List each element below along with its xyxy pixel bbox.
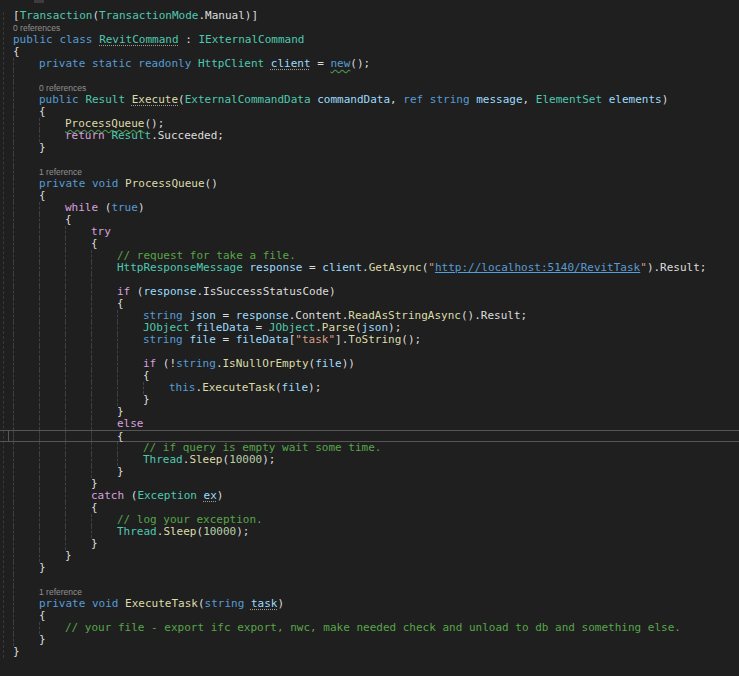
code-line[interactable]: {	[0, 370, 739, 382]
code-line[interactable]: while (true)	[0, 202, 739, 214]
code-line[interactable]: if (!string.IsNullOrEmpty(file))	[0, 358, 739, 370]
codelens-references-label[interactable]: 1 reference	[39, 167, 82, 177]
code-line[interactable]: {	[0, 502, 739, 514]
indent-guide	[39, 478, 40, 490]
code-token-var: file	[282, 381, 309, 394]
code-line[interactable]: [Transaction(TransactionMode.Manual)]	[0, 10, 739, 22]
blank-line[interactable]	[0, 346, 739, 358]
code-line[interactable]: // if query is empty wait some time.	[0, 442, 739, 454]
code-token-pln: );	[308, 381, 321, 394]
code-line[interactable]: }	[0, 646, 739, 658]
code-token-pln: (	[124, 489, 137, 502]
indent-guide	[91, 298, 92, 310]
code-token-method: GetAsync	[369, 261, 422, 274]
indent-guide	[13, 442, 14, 454]
code-line[interactable]: Thread.Sleep(10000);	[0, 454, 739, 466]
code-line[interactable]: }	[0, 142, 739, 154]
indent-guide	[39, 490, 40, 502]
blank-line[interactable]	[0, 574, 739, 586]
code-token-pln: (!	[156, 357, 176, 370]
indent-guide	[65, 226, 66, 238]
indent-guide	[39, 202, 40, 214]
code-token-pln: {	[39, 105, 46, 118]
code-token-pln: .	[216, 357, 223, 370]
code-token-pln: }	[13, 645, 20, 658]
indent-guide	[13, 382, 14, 394]
code-line[interactable]: if (response.IsSuccessStatusCode)	[0, 286, 739, 298]
indent-guide	[39, 431, 40, 441]
code-line[interactable]: string file = fileData["task"].ToString(…	[0, 334, 739, 346]
code-line[interactable]: public Result Execute(ExternalCommandDat…	[0, 94, 739, 106]
codelens-references-label[interactable]: 0 references	[39, 83, 86, 93]
code-line[interactable]: }	[0, 634, 739, 646]
indent-guide	[13, 514, 14, 526]
code-token-pln: ).Result;	[647, 261, 707, 274]
code-line[interactable]: private static readonly HttpClient clien…	[0, 58, 739, 70]
code-token-pln: }	[65, 549, 72, 562]
code-token-type: TransactionMode	[99, 9, 198, 22]
code-token-num: 10000	[229, 453, 262, 466]
code-line[interactable]: {	[0, 238, 739, 250]
code-line[interactable]: }	[0, 538, 739, 550]
code-token-pln: {	[117, 297, 124, 310]
code-line[interactable]: Thread.Sleep(10000);	[0, 526, 739, 538]
code-line[interactable]: HttpResponseMessage response = client.Ge…	[0, 262, 739, 274]
indent-guide	[13, 310, 14, 322]
code-line[interactable]: }	[0, 562, 739, 574]
code-line[interactable]: // log your exception.	[0, 514, 739, 526]
code-token-pln: }	[39, 141, 46, 154]
indent-guide	[13, 286, 14, 298]
code-token-pln: Manual	[205, 9, 245, 22]
indent-guide	[65, 346, 66, 358]
code-line[interactable]: }	[0, 406, 739, 418]
code-token-pln: }	[39, 561, 46, 574]
blank-line[interactable]	[0, 274, 739, 286]
code-token-pln	[85, 177, 92, 190]
codelens-references-label[interactable]: 0 references	[13, 23, 60, 33]
code-token-var: message	[476, 93, 522, 106]
code-line[interactable]: private void ExecuteTask(string task)	[0, 598, 739, 610]
code-token-pln: );	[262, 453, 275, 466]
code-token-pln: {	[39, 189, 46, 202]
blank-line[interactable]	[0, 70, 739, 82]
code-line[interactable]: }	[0, 550, 739, 562]
indent-guide	[39, 538, 40, 550]
code-line[interactable]: public class RevitCommand : IExternalCom…	[0, 34, 739, 46]
indent-guide	[13, 178, 14, 190]
url-link[interactable]: http://localhost:5140/RevitTask	[435, 261, 640, 274]
indent-guide	[13, 238, 14, 250]
code-line[interactable]: this.ExecuteTask(file);	[0, 382, 739, 394]
code-token-type: Result	[85, 93, 125, 106]
blank-line[interactable]	[0, 154, 739, 166]
indent-guide	[13, 406, 14, 418]
code-token-pln: (	[275, 381, 282, 394]
code-token-kw: private	[39, 597, 85, 610]
code-editor[interactable]: [Transaction(TransactionMode.Manual)]0 r…	[0, 0, 739, 676]
code-line[interactable]: private void ProcessQueue()	[0, 178, 739, 190]
code-token-pln	[423, 93, 430, 106]
code-token-type: IExternalCommand	[198, 33, 304, 46]
indent-guide	[13, 274, 14, 286]
code-line[interactable]: }	[0, 394, 739, 406]
indent-guide	[39, 250, 40, 262]
code-token-type: Result	[111, 129, 151, 142]
code-token-pln: .	[362, 261, 369, 274]
code-token-type: Transaction	[20, 9, 93, 22]
code-token-num: 10000	[203, 525, 236, 538]
code-line[interactable]: return Result.Succeeded;	[0, 130, 739, 142]
code-line[interactable]: else	[0, 418, 739, 430]
code-token-method: Sleep	[189, 453, 222, 466]
indent-guide	[13, 214, 14, 226]
indent-guide	[65, 502, 66, 514]
code-line[interactable]: try	[0, 226, 739, 238]
code-token-var: response	[144, 285, 197, 298]
code-token-kw: new	[330, 57, 350, 70]
code-line[interactable]: // your file - export ifc export, nwc, m…	[0, 622, 739, 634]
code-line[interactable]: catch (Exception ex)	[0, 490, 739, 502]
code-line[interactable]: }	[0, 466, 739, 478]
codelens-references-label[interactable]: 1 reference	[39, 587, 82, 597]
indent-guide	[65, 274, 66, 286]
indent-guide	[117, 310, 118, 322]
indent-guide	[13, 346, 14, 358]
indent-guide	[91, 431, 92, 441]
